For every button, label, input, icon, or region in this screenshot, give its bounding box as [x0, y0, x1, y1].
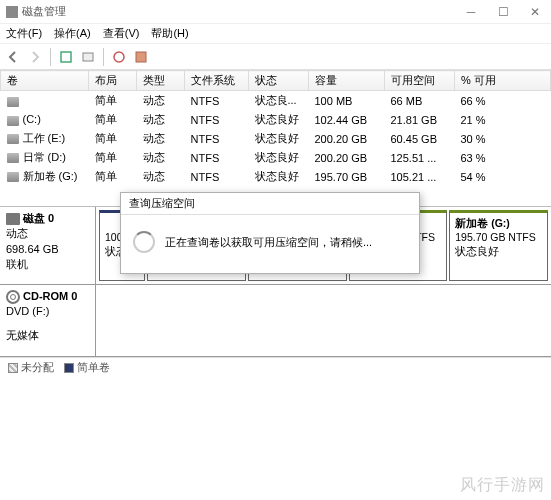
table-row[interactable]: 工作 (E:)简单动态NTFS状态良好200.20 GB60.45 GB30 % — [1, 129, 551, 148]
col-volume[interactable]: 卷 — [1, 71, 89, 91]
dialog-message: 正在查询卷以获取可用压缩空间，请稍候... — [165, 235, 372, 250]
volume-list[interactable]: 卷 布局 类型 文件系统 状态 容量 可用空间 % 可用 简单动态NTFS状态良… — [0, 70, 551, 186]
refresh-button[interactable] — [57, 48, 75, 66]
minimize-button[interactable]: ─ — [455, 1, 487, 23]
maximize-button[interactable]: ☐ — [487, 1, 519, 23]
toolbar — [0, 44, 551, 70]
menu-help[interactable]: 帮助(H) — [151, 26, 188, 41]
spinner-icon — [133, 231, 155, 253]
cdrom-drive: DVD (F:) — [6, 304, 89, 319]
menu-file[interactable]: 文件(F) — [6, 26, 42, 41]
titlebar: 磁盘管理 ─ ☐ ✕ — [0, 0, 551, 24]
svg-rect-3 — [136, 52, 146, 62]
svg-rect-1 — [83, 53, 93, 61]
col-filesystem[interactable]: 文件系统 — [185, 71, 249, 91]
volume-box[interactable]: 新加卷 (G:)195.70 GB NTFS状态良好 — [449, 210, 548, 281]
disk-status: 联机 — [6, 257, 89, 272]
drive-icon — [7, 172, 19, 182]
legend-simple: 简单卷 — [77, 361, 110, 373]
drive-icon — [7, 97, 19, 107]
help-button[interactable] — [110, 48, 128, 66]
table-row[interactable]: 简单动态NTFS状态良...100 MB66 MB66 % — [1, 91, 551, 111]
menubar: 文件(F) 操作(A) 查看(V) 帮助(H) — [0, 24, 551, 44]
app-icon — [6, 6, 18, 18]
back-button[interactable] — [4, 48, 22, 66]
save-button[interactable] — [132, 48, 150, 66]
menu-action[interactable]: 操作(A) — [54, 26, 91, 41]
col-capacity[interactable]: 容量 — [309, 71, 385, 91]
drive-icon — [7, 134, 19, 144]
svg-point-2 — [114, 52, 124, 62]
forward-button[interactable] — [26, 48, 44, 66]
close-button[interactable]: ✕ — [519, 1, 551, 23]
dialog-title: 查询压缩空间 — [121, 193, 419, 215]
drive-icon — [7, 116, 19, 126]
menu-view[interactable]: 查看(V) — [103, 26, 140, 41]
disk-info: 磁盘 0 动态 698.64 GB 联机 — [0, 207, 96, 284]
disk-icon — [6, 213, 20, 225]
cdrom-status: 无媒体 — [6, 328, 89, 343]
col-type[interactable]: 类型 — [137, 71, 185, 91]
legend-unalloc: 未分配 — [21, 361, 54, 373]
shrink-query-dialog: 查询压缩空间 正在查询卷以获取可用压缩空间，请稍候... — [120, 192, 420, 274]
col-status[interactable]: 状态 — [249, 71, 309, 91]
disk-size: 698.64 GB — [6, 242, 89, 257]
window-title: 磁盘管理 — [22, 4, 66, 19]
legend-unalloc-swatch — [8, 363, 18, 373]
disk-title: 磁盘 0 — [23, 211, 54, 226]
col-layout[interactable]: 布局 — [89, 71, 137, 91]
legend-simple-swatch — [64, 363, 74, 373]
table-row[interactable]: 日常 (D:)简单动态NTFS状态良好200.20 GB125.51 ...63… — [1, 148, 551, 167]
drive-icon — [7, 153, 19, 163]
svg-rect-0 — [61, 52, 71, 62]
watermark: 风行手游网 — [460, 475, 545, 496]
legend: 未分配 简单卷 — [0, 357, 551, 377]
cdrom-row[interactable]: CD-ROM 0 DVD (F:) 无媒体 — [0, 285, 551, 357]
cdrom-title: CD-ROM 0 — [23, 289, 77, 304]
col-free[interactable]: 可用空间 — [385, 71, 455, 91]
table-row[interactable]: 新加卷 (G:)简单动态NTFS状态良好195.70 GB105.21 ...5… — [1, 167, 551, 186]
cdrom-icon — [6, 290, 20, 304]
properties-button[interactable] — [79, 48, 97, 66]
table-row[interactable]: (C:)简单动态NTFS状态良好102.44 GB21.81 GB21 % — [1, 110, 551, 129]
disk-type: 动态 — [6, 226, 89, 241]
cdrom-info: CD-ROM 0 DVD (F:) 无媒体 — [0, 285, 96, 356]
col-pctfree[interactable]: % 可用 — [455, 71, 551, 91]
